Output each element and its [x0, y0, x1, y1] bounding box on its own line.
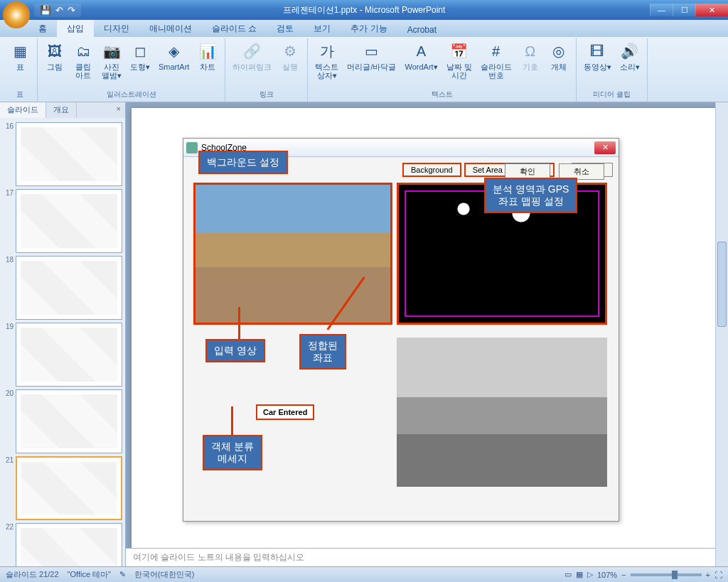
- status-theme: "Office 테마": [68, 569, 111, 580]
- thumb-number: 16: [3, 122, 16, 186]
- ribbon-item-label: 그림: [47, 63, 63, 71]
- slide-thumbnail[interactable]: [16, 122, 122, 186]
- window-title: 프레젠테이션1.pptx - Microsoft PowerPoint: [283, 4, 446, 16]
- ribbon-item-icon: 🗂: [73, 41, 93, 61]
- ribbon-item[interactable]: #슬라이드번호: [478, 40, 515, 81]
- ribbon-item-label: 기호: [523, 63, 538, 71]
- ribbon-item[interactable]: ◻도형▾: [127, 40, 153, 72]
- ribbon-tab-2[interactable]: 디자인: [94, 20, 139, 37]
- input-video-frame: [193, 183, 392, 325]
- slidepane-close-icon[interactable]: ×: [112, 102, 125, 118]
- thumb-number: 20: [3, 389, 16, 453]
- ribbon-tab-6[interactable]: 보기: [304, 20, 341, 37]
- set-area-button[interactable]: Set Area: [464, 163, 511, 177]
- ribbon-tab-0[interactable]: 홈: [28, 20, 57, 37]
- ribbon-item-label: 머리글/바닥글: [347, 63, 396, 71]
- thumb-number: 19: [3, 323, 16, 387]
- notes-pane[interactable]: 여기에 슬라이드 노트의 내용을 입력하십시오: [126, 548, 728, 566]
- ribbon-item-icon: 🔊: [620, 41, 640, 61]
- ribbon: ▦표표🖼그림🗂클립아트📷사진앨범▾◻도형▾◈SmartArt📊차트일러스트레이션…: [0, 37, 728, 102]
- ribbon-tab-5[interactable]: 검토: [267, 20, 304, 37]
- slide-thumbnail[interactable]: [16, 189, 122, 253]
- ribbon-item[interactable]: ◎개체: [546, 40, 572, 72]
- ribbon-item-icon: ▭: [362, 41, 382, 61]
- office-button[interactable]: [3, 1, 30, 28]
- ribbon-item-icon: 🖼: [45, 41, 65, 61]
- ribbon-item-icon: ◎: [549, 41, 569, 61]
- ribbon-tab-4[interactable]: 슬라이드 쇼: [202, 20, 267, 37]
- status-spellcheck-icon[interactable]: ✎: [119, 570, 126, 579]
- ribbon-item-label: 동영상▾: [584, 63, 611, 71]
- ribbon-tab-7[interactable]: 추가 기능: [341, 20, 397, 37]
- callout-gps: 분석 영역과 GPS좌표 맵핑 설정: [484, 178, 577, 213]
- ribbon-item[interactable]: ▦표: [7, 40, 33, 72]
- ribbon-item[interactable]: 가텍스트상자▾: [312, 40, 341, 81]
- slide-thumbnails[interactable]: 16171819202122: [0, 118, 125, 566]
- ribbon-item-icon: 📅: [449, 41, 469, 61]
- ribbon-group-label: 표: [7, 89, 33, 100]
- callout-coord: 정합된좌표: [299, 334, 346, 370]
- ribbon-item[interactable]: 🗂클립아트: [70, 40, 96, 81]
- vertical-scrollbar[interactable]: [715, 102, 728, 548]
- ribbon-item-icon: ⚙: [280, 41, 300, 61]
- ribbon-tab-1[interactable]: 삽입: [57, 20, 94, 37]
- slide-thumbnail[interactable]: [16, 523, 122, 566]
- ribbon-item-label: 개체: [551, 63, 567, 71]
- slide-thumbnail[interactable]: [16, 456, 122, 520]
- ribbon-group-label: 일러스트레이션: [42, 89, 220, 100]
- qat-redo-icon[interactable]: ↷: [68, 5, 75, 16]
- thumb-number: 22: [3, 523, 16, 566]
- slide[interactable]: SchoolZone ✕ Background Set Area Positio…: [132, 108, 717, 548]
- ribbon-item-label: 실행: [282, 63, 298, 71]
- ribbon-item-label: 소리▾: [620, 63, 640, 71]
- maximize-button[interactable]: ☐: [673, 4, 695, 16]
- editor-area: SchoolZone ✕ Background Set Area Positio…: [126, 102, 728, 566]
- slidepane-tab-outline[interactable]: 개요: [46, 102, 77, 118]
- callout-background: 백그라운드 설정: [198, 151, 288, 174]
- zoom-level[interactable]: 107%: [597, 571, 617, 579]
- status-language[interactable]: 한국어(대한민국): [134, 569, 194, 580]
- ribbon-item[interactable]: 📅날짜 및시간: [444, 40, 475, 81]
- ribbon-item-icon: 📊: [198, 41, 218, 61]
- ribbon-item[interactable]: 📷사진앨범▾: [99, 40, 124, 81]
- view-sorter-icon[interactable]: ▦: [576, 570, 583, 579]
- ribbon-item-icon: 가: [317, 41, 337, 61]
- zoom-in-icon[interactable]: +: [706, 571, 710, 579]
- slide-thumbnail[interactable]: [16, 256, 122, 320]
- ribbon-item-label: 텍스트상자▾: [315, 63, 338, 80]
- ribbon-item[interactable]: 🖼그림: [42, 40, 68, 72]
- ribbon-item-icon: #: [486, 41, 506, 61]
- qat-save-icon[interactable]: 💾: [40, 5, 51, 16]
- ribbon-item-label: 차트: [200, 63, 215, 71]
- zoom-slider[interactable]: [631, 573, 702, 576]
- ribbon-item[interactable]: ◈SmartArt: [156, 40, 192, 72]
- minimize-button[interactable]: —: [650, 4, 673, 16]
- ribbon-item[interactable]: ▭머리글/바닥글: [344, 40, 399, 72]
- zoom-out-icon[interactable]: −: [621, 571, 626, 579]
- slide-canvas-viewport[interactable]: SchoolZone ✕ Background Set Area Positio…: [126, 102, 728, 548]
- ribbon-tab-8[interactable]: Acrobat: [397, 22, 446, 37]
- arrow-line: [231, 406, 233, 436]
- ribbon-item[interactable]: 📊차트: [195, 40, 220, 72]
- close-button[interactable]: ✕: [695, 4, 728, 16]
- dialog-close-icon[interactable]: ✕: [594, 141, 616, 154]
- view-slideshow-icon[interactable]: ▷: [587, 570, 593, 579]
- slide-thumbnail[interactable]: [16, 323, 122, 387]
- ribbon-group-label: 텍스트: [312, 89, 571, 100]
- slide-thumbnail[interactable]: [16, 389, 122, 453]
- background-button[interactable]: Background: [402, 163, 461, 177]
- ribbon-item-label: 날짜 및시간: [446, 63, 472, 80]
- ribbon-item-icon: A: [412, 41, 432, 61]
- ribbon-item[interactable]: AWordArt▾: [402, 40, 440, 72]
- view-normal-icon[interactable]: ▭: [564, 570, 572, 579]
- dialog-icon: [186, 142, 198, 153]
- ribbon-item-label: 클립아트: [75, 63, 91, 80]
- ribbon-item[interactable]: 🎞동영상▾: [581, 40, 614, 72]
- car-entered-label: Car Entered: [256, 404, 314, 420]
- fit-to-window-icon[interactable]: ⛶: [714, 571, 722, 579]
- ribbon-item[interactable]: 🔊소리▾: [617, 40, 643, 72]
- ribbon-tab-3[interactable]: 애니메이션: [139, 20, 202, 37]
- qat-undo-icon[interactable]: ↶: [55, 5, 63, 16]
- ribbon-group-label: 미디어 클립: [581, 89, 643, 100]
- slidepane-tab-slides[interactable]: 슬라이드: [0, 102, 46, 118]
